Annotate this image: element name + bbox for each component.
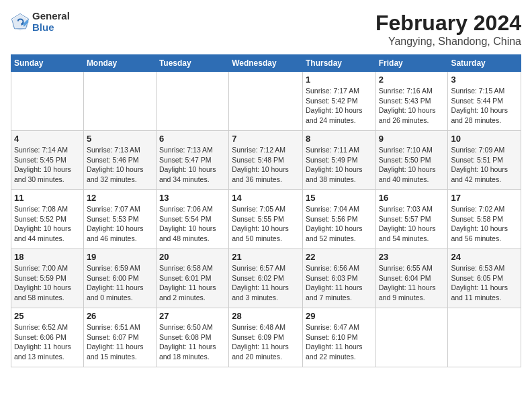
logo-blue: Blue	[32, 22, 70, 34]
calendar-cell	[11, 72, 84, 131]
calendar-cell	[448, 308, 521, 367]
calendar-week-row: 11Sunrise: 7:08 AM Sunset: 5:52 PM Dayli…	[11, 190, 521, 249]
day-number: 10	[451, 134, 518, 144]
day-number: 17	[451, 193, 518, 203]
calendar-cell	[83, 72, 156, 131]
day-number: 25	[14, 311, 81, 321]
calendar-cell: 16Sunrise: 7:03 AM Sunset: 5:57 PM Dayli…	[375, 190, 448, 249]
day-number: 16	[379, 193, 445, 203]
day-info: Sunrise: 7:02 AM Sunset: 5:58 PM Dayligh…	[451, 204, 518, 244]
calendar-cell: 11Sunrise: 7:08 AM Sunset: 5:52 PM Dayli…	[11, 190, 84, 249]
day-number: 24	[451, 252, 518, 262]
calendar-cell: 2Sunrise: 7:16 AM Sunset: 5:43 PM Daylig…	[375, 72, 448, 131]
calendar-cell: 17Sunrise: 7:02 AM Sunset: 5:58 PM Dayli…	[448, 190, 521, 249]
day-of-week-header: Sunday	[11, 55, 84, 72]
calendar-cell: 26Sunrise: 6:51 AM Sunset: 6:07 PM Dayli…	[83, 308, 156, 367]
day-number: 13	[159, 193, 226, 203]
day-info: Sunrise: 7:15 AM Sunset: 5:44 PM Dayligh…	[451, 86, 518, 126]
calendar-header-row: SundayMondayTuesdayWednesdayThursdayFrid…	[11, 55, 521, 72]
day-number: 23	[379, 252, 445, 262]
day-of-week-header: Wednesday	[229, 55, 303, 72]
day-info: Sunrise: 7:13 AM Sunset: 5:46 PM Dayligh…	[87, 145, 153, 185]
day-info: Sunrise: 7:16 AM Sunset: 5:43 PM Dayligh…	[379, 86, 445, 126]
day-number: 2	[379, 75, 445, 85]
calendar-body: 1Sunrise: 7:17 AM Sunset: 5:42 PM Daylig…	[11, 72, 521, 367]
day-of-week-header: Monday	[83, 55, 156, 72]
day-of-week-header: Thursday	[302, 55, 375, 72]
day-info: Sunrise: 7:14 AM Sunset: 5:45 PM Dayligh…	[14, 145, 81, 185]
day-number: 3	[451, 75, 518, 85]
day-info: Sunrise: 7:17 AM Sunset: 5:42 PM Dayligh…	[306, 86, 373, 126]
day-info: Sunrise: 6:56 AM Sunset: 6:03 PM Dayligh…	[306, 263, 373, 303]
day-number: 12	[87, 193, 153, 203]
day-info: Sunrise: 7:13 AM Sunset: 5:47 PM Dayligh…	[159, 145, 226, 185]
day-info: Sunrise: 6:53 AM Sunset: 6:05 PM Dayligh…	[451, 263, 518, 303]
calendar-cell: 6Sunrise: 7:13 AM Sunset: 5:47 PM Daylig…	[156, 131, 228, 190]
day-number: 7	[232, 134, 300, 144]
day-number: 5	[87, 134, 153, 144]
calendar-cell: 8Sunrise: 7:11 AM Sunset: 5:49 PM Daylig…	[302, 131, 375, 190]
day-number: 1	[306, 75, 373, 85]
calendar-cell: 7Sunrise: 7:12 AM Sunset: 5:48 PM Daylig…	[229, 131, 303, 190]
day-info: Sunrise: 6:52 AM Sunset: 6:06 PM Dayligh…	[14, 322, 81, 362]
calendar-cell: 15Sunrise: 7:04 AM Sunset: 5:56 PM Dayli…	[302, 190, 375, 249]
day-info: Sunrise: 6:47 AM Sunset: 6:10 PM Dayligh…	[306, 322, 373, 362]
day-number: 19	[87, 252, 153, 262]
calendar-cell: 27Sunrise: 6:50 AM Sunset: 6:08 PM Dayli…	[156, 308, 228, 367]
calendar-table: SundayMondayTuesdayWednesdayThursdayFrid…	[11, 54, 521, 367]
day-number: 20	[159, 252, 226, 262]
calendar-cell: 18Sunrise: 7:00 AM Sunset: 5:59 PM Dayli…	[11, 249, 84, 308]
day-info: Sunrise: 7:06 AM Sunset: 5:54 PM Dayligh…	[159, 204, 226, 244]
day-number: 28	[232, 311, 300, 321]
calendar-cell: 10Sunrise: 7:09 AM Sunset: 5:51 PM Dayli…	[448, 131, 521, 190]
calendar-cell: 19Sunrise: 6:59 AM Sunset: 6:00 PM Dayli…	[83, 249, 156, 308]
day-info: Sunrise: 7:05 AM Sunset: 5:55 PM Dayligh…	[232, 204, 300, 244]
calendar-week-row: 18Sunrise: 7:00 AM Sunset: 5:59 PM Dayli…	[11, 249, 521, 308]
day-info: Sunrise: 6:58 AM Sunset: 6:01 PM Dayligh…	[159, 263, 226, 303]
day-number: 21	[232, 252, 300, 262]
day-info: Sunrise: 7:00 AM Sunset: 5:59 PM Dayligh…	[14, 263, 81, 303]
title-block: February 2024 Yangying, Shandong, China	[375, 11, 521, 48]
day-number: 22	[306, 252, 373, 262]
day-info: Sunrise: 7:11 AM Sunset: 5:49 PM Dayligh…	[306, 145, 373, 185]
page-header: General Blue February 2024 Yangying, Sha…	[11, 11, 521, 48]
day-number: 15	[306, 193, 373, 203]
day-number: 29	[306, 311, 373, 321]
day-info: Sunrise: 7:04 AM Sunset: 5:56 PM Dayligh…	[306, 204, 373, 244]
day-info: Sunrise: 7:07 AM Sunset: 5:53 PM Dayligh…	[87, 204, 153, 244]
day-of-week-header: Saturday	[448, 55, 521, 72]
logo-general: General	[32, 11, 70, 22]
logo-text: General Blue	[32, 11, 70, 33]
day-info: Sunrise: 7:10 AM Sunset: 5:50 PM Dayligh…	[379, 145, 445, 185]
month-title: February 2024	[375, 11, 521, 36]
calendar-cell: 4Sunrise: 7:14 AM Sunset: 5:45 PM Daylig…	[11, 131, 84, 190]
calendar-cell: 5Sunrise: 7:13 AM Sunset: 5:46 PM Daylig…	[83, 131, 156, 190]
day-info: Sunrise: 6:59 AM Sunset: 6:00 PM Dayligh…	[87, 263, 153, 303]
day-info: Sunrise: 6:50 AM Sunset: 6:08 PM Dayligh…	[159, 322, 226, 362]
calendar-cell	[375, 308, 448, 367]
day-info: Sunrise: 7:09 AM Sunset: 5:51 PM Dayligh…	[451, 145, 518, 185]
day-of-week-header: Friday	[375, 55, 448, 72]
day-number: 26	[87, 311, 153, 321]
calendar-cell: 21Sunrise: 6:57 AM Sunset: 6:02 PM Dayli…	[229, 249, 303, 308]
logo-icon	[11, 13, 30, 32]
calendar-week-row: 1Sunrise: 7:17 AM Sunset: 5:42 PM Daylig…	[11, 72, 521, 131]
day-info: Sunrise: 6:55 AM Sunset: 6:04 PM Dayligh…	[379, 263, 445, 303]
day-info: Sunrise: 7:08 AM Sunset: 5:52 PM Dayligh…	[14, 204, 81, 244]
calendar-cell: 22Sunrise: 6:56 AM Sunset: 6:03 PM Dayli…	[302, 249, 375, 308]
calendar-cell: 25Sunrise: 6:52 AM Sunset: 6:06 PM Dayli…	[11, 308, 84, 367]
calendar-cell: 14Sunrise: 7:05 AM Sunset: 5:55 PM Dayli…	[229, 190, 303, 249]
day-number: 27	[159, 311, 226, 321]
day-info: Sunrise: 7:12 AM Sunset: 5:48 PM Dayligh…	[232, 145, 300, 185]
calendar-cell	[156, 72, 228, 131]
calendar-cell	[229, 72, 303, 131]
day-number: 9	[379, 134, 445, 144]
calendar-cell: 1Sunrise: 7:17 AM Sunset: 5:42 PM Daylig…	[302, 72, 375, 131]
day-info: Sunrise: 7:03 AM Sunset: 5:57 PM Dayligh…	[379, 204, 445, 244]
day-number: 18	[14, 252, 81, 262]
calendar-week-row: 25Sunrise: 6:52 AM Sunset: 6:06 PM Dayli…	[11, 308, 521, 367]
day-of-week-header: Tuesday	[156, 55, 228, 72]
calendar-cell: 12Sunrise: 7:07 AM Sunset: 5:53 PM Dayli…	[83, 190, 156, 249]
day-info: Sunrise: 6:51 AM Sunset: 6:07 PM Dayligh…	[87, 322, 153, 362]
calendar-cell: 3Sunrise: 7:15 AM Sunset: 5:44 PM Daylig…	[448, 72, 521, 131]
